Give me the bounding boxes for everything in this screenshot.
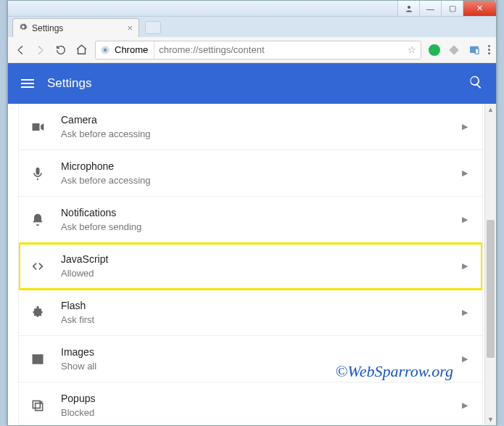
settings-row-camera[interactable]: Camera Ask before accessing ▶ [19,104,482,150]
browser-window: — ▢ ✕ Settings × Chrome [7,0,497,426]
extension-green-icon[interactable] [429,44,440,56]
bell-icon [29,213,46,227]
extension-diamond-icon[interactable] [447,44,460,57]
settings-row-notifications[interactable]: Notifications Ask before sending ▶ [19,197,482,243]
row-sub: Allowed [61,268,108,279]
chevron-right-icon: ▶ [462,261,468,271]
row-sub: Ask first [61,314,94,325]
search-icon[interactable] [468,75,483,93]
chevron-right-icon: ▶ [462,401,468,410]
reload-button[interactable] [54,44,67,57]
camera-icon [29,120,46,134]
settings-row-javascript[interactable]: JavaScript Allowed ▶ [19,243,482,290]
browser-toolbar: Chrome chrome://settings/content ☆ [8,37,496,63]
forward-button[interactable] [34,44,47,57]
chevron-right-icon: ▶ [462,215,468,224]
extension-device-icon[interactable] [468,44,481,57]
url-text: chrome://settings/content [159,44,403,55]
settings-list: Camera Ask before accessing ▶ Microphone… [18,104,483,425]
chevron-right-icon: ▶ [462,308,468,317]
tab-title: Settings [32,23,63,33]
row-title: Camera [61,114,151,126]
vertical-scrollbar[interactable]: ▲ ▼ [484,104,496,425]
chevron-right-icon: ▶ [462,168,468,178]
row-title: Images [61,346,96,358]
popup-icon [29,398,46,413]
minimize-button[interactable]: — [419,1,441,16]
address-bar[interactable]: Chrome chrome://settings/content ☆ [95,41,421,60]
chrome-icon [100,45,110,55]
tab-strip: Settings × [8,17,496,37]
bookmark-star-icon[interactable]: ☆ [408,44,416,55]
image-icon [29,352,46,366]
scheme-label: Chrome [115,44,148,55]
svg-point-2 [104,48,107,52]
row-title: Popups [61,393,95,404]
new-tab-button[interactable] [145,21,161,34]
menu-icon[interactable] [21,79,34,88]
scroll-thumb[interactable] [487,220,495,358]
microphone-icon [29,166,46,181]
row-sub: Blocked [61,407,95,418]
chevron-right-icon: ▶ [462,354,468,364]
row-title: Microphone [61,160,151,172]
code-icon [29,259,46,274]
tab-settings[interactable]: Settings × [12,18,139,37]
content-area: Camera Ask before accessing ▶ Microphone… [8,104,496,425]
row-sub: Ask before accessing [61,175,151,186]
page-title: Settings [47,76,91,91]
puzzle-icon [29,306,46,320]
row-title: JavaScript [61,253,108,265]
row-sub: Ask before accessing [61,128,151,139]
svg-rect-4 [475,49,479,54]
settings-header: Settings [8,63,496,104]
browser-menu-button[interactable] [488,45,490,54]
settings-row-popups[interactable]: Popups Blocked ▶ [19,382,482,425]
gear-icon [19,22,28,33]
scheme-chip: Chrome [100,41,154,59]
scroll-down-arrow[interactable]: ▼ [485,414,496,425]
watermark-text: ©WebSparrow.org [336,362,453,381]
os-titlebar: — ▢ ✕ [8,1,496,17]
chevron-right-icon: ▶ [462,122,468,131]
svg-point-0 [408,6,410,9]
scroll-up-arrow[interactable]: ▲ [485,104,496,115]
close-tab-icon[interactable]: × [127,22,133,33]
user-button[interactable] [397,1,419,16]
settings-row-flash[interactable]: Flash Ask first ▶ [19,290,482,336]
back-button[interactable] [14,44,27,57]
close-window-button[interactable]: ✕ [463,1,496,16]
home-button[interactable] [75,44,88,57]
row-sub: Ask before sending [61,221,141,232]
row-sub: Show all [61,361,96,372]
row-title: Flash [61,300,94,311]
row-title: Notifications [61,207,141,218]
settings-row-microphone[interactable]: Microphone Ask before accessing ▶ [19,150,482,197]
maximize-button[interactable]: ▢ [441,1,463,16]
